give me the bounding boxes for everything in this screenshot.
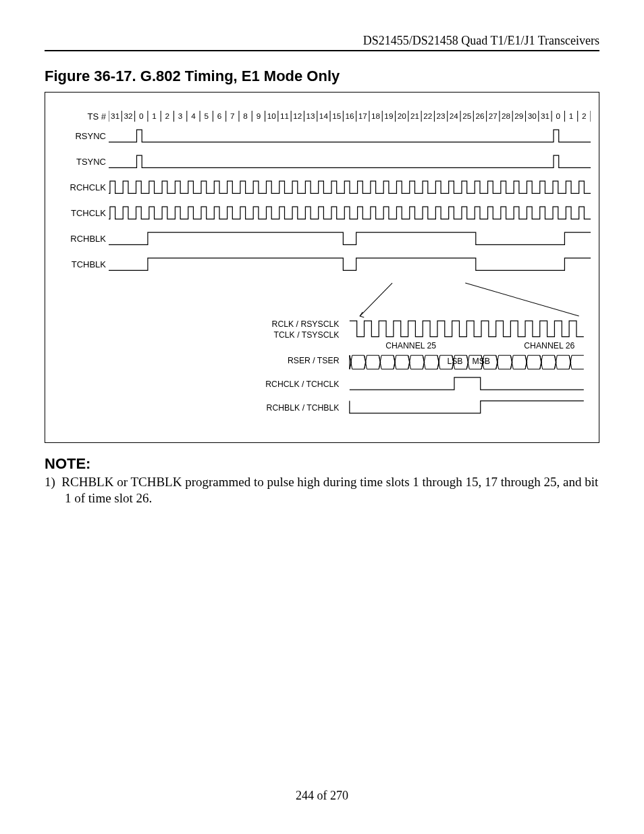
svg-text:20: 20 [398, 111, 407, 120]
signal-label-rsync: RSYNC [53, 131, 109, 141]
ts-number-svg: 3132012345678910111213141516171819202122… [109, 109, 591, 123]
svg-text:3: 3 [178, 111, 183, 120]
signal-label-tchclk: TCHCLK [53, 208, 109, 218]
tchclk-wave [109, 204, 591, 222]
svg-text:12: 12 [293, 111, 302, 120]
svg-text:14: 14 [319, 111, 329, 120]
page-root: DS21455/DS21458 Quad T1/E1/J1 Transceive… [0, 0, 644, 834]
signal-row-rchclk: RCHCLK [53, 178, 591, 197]
detail-rchclk-wave [350, 377, 584, 390]
detail-label-rser: RSER / TSER [288, 356, 340, 365]
signal-label-tsync: TSYNC [53, 157, 109, 167]
svg-text:23: 23 [437, 111, 446, 120]
rchblk-wave [109, 230, 591, 248]
svg-text:9: 9 [257, 111, 261, 120]
svg-text:4: 4 [191, 111, 196, 120]
rchclk-wave [109, 178, 591, 197]
header-rule [45, 50, 599, 51]
svg-text:29: 29 [514, 111, 523, 120]
svg-text:15: 15 [332, 111, 342, 120]
detail-label-rchclk: RCHCLK / TCHCLK [265, 380, 340, 389]
signal-row-tchblk: TCHBLK [53, 255, 591, 273]
svg-text:18: 18 [371, 111, 381, 120]
svg-text:31: 31 [111, 111, 119, 120]
svg-text:19: 19 [384, 111, 393, 120]
svg-text:5: 5 [204, 111, 209, 120]
note-label: NOTE: [45, 455, 599, 473]
svg-text:30: 30 [528, 111, 537, 120]
figure-caption: Figure 36-17. G.802 Timing, E1 Mode Only [45, 68, 599, 85]
signal-label-rchclk: RCHCLK [53, 182, 109, 192]
detail-label-rclk: RCLK / RSYSCLK [272, 319, 340, 329]
svg-text:24: 24 [450, 111, 459, 120]
svg-text:1: 1 [569, 111, 574, 120]
svg-text:0: 0 [139, 111, 144, 120]
svg-text:31: 31 [541, 111, 549, 120]
svg-text:7: 7 [230, 111, 235, 120]
svg-text:16: 16 [345, 111, 354, 120]
detail-label-rchblk: RCHBLK / TCHBLK [267, 403, 340, 413]
timeslot-row: TS # 31320123456789101112131415161718192… [53, 109, 591, 124]
detail-clock-wave [350, 321, 584, 336]
tchblk-wave [109, 255, 591, 273]
note-item-1-text: RCHBLK or TCHBLK programmed to pulse hig… [61, 475, 598, 505]
svg-text:22: 22 [423, 111, 432, 120]
signal-label-rchblk: RCHBLK [53, 234, 109, 244]
note-section: NOTE: 1) RCHBLK or TCHBLK programmed to … [45, 455, 599, 507]
signal-row-rchblk: RCHBLK [53, 229, 591, 248]
svg-text:2: 2 [165, 111, 170, 120]
svg-text:28: 28 [502, 111, 511, 120]
signal-label-tchblk: TCHBLK [53, 259, 109, 269]
page-footer: 244 of 270 [0, 789, 644, 803]
label-lsb: LSB [447, 357, 462, 366]
rsync-wave [109, 127, 591, 145]
svg-text:25: 25 [462, 111, 472, 120]
svg-text:17: 17 [358, 111, 367, 120]
svg-text:13: 13 [306, 111, 315, 120]
tsync-wave [109, 153, 591, 171]
svg-line-76 [465, 283, 579, 316]
svg-text:2: 2 [582, 111, 587, 120]
figure-box: TS # 31320123456789101112131415161718192… [45, 92, 599, 443]
svg-text:27: 27 [489, 111, 498, 120]
note-item-1-prefix: 1) [45, 475, 55, 489]
detail-rchblk-wave [350, 401, 584, 413]
svg-text:32: 32 [124, 111, 132, 120]
detail-data-wave [350, 355, 584, 369]
svg-text:8: 8 [243, 111, 248, 120]
signal-row-tsync: TSYNC [53, 152, 591, 171]
svg-text:0: 0 [556, 111, 560, 120]
detail-label-tclk: TCLK / TSYSCLK [273, 330, 340, 340]
label-channel-25: CHANNEL 25 [385, 341, 436, 350]
signal-row-rsync: RSYNC [53, 126, 591, 145]
svg-text:10: 10 [267, 111, 277, 120]
note-item-1: 1) RCHBLK or TCHBLK programmed to pulse … [45, 474, 599, 507]
label-channel-26: CHANNEL 26 [524, 341, 574, 350]
label-msb: MSB [472, 357, 490, 366]
ts-label: TS # [53, 111, 109, 122]
detail-svg: RCLK / RSYSCLK TCLK / TSYSCLK RSER / TSE… [53, 278, 591, 419]
doc-header: DS21455/DS21458 Quad T1/E1/J1 Transceive… [45, 34, 599, 48]
svg-text:1: 1 [152, 111, 157, 120]
signal-row-tchclk: TCHCLK [53, 203, 591, 222]
svg-text:11: 11 [280, 111, 289, 120]
svg-text:21: 21 [410, 111, 419, 120]
svg-text:26: 26 [475, 111, 484, 120]
svg-line-75 [360, 283, 392, 316]
svg-text:6: 6 [217, 111, 222, 120]
